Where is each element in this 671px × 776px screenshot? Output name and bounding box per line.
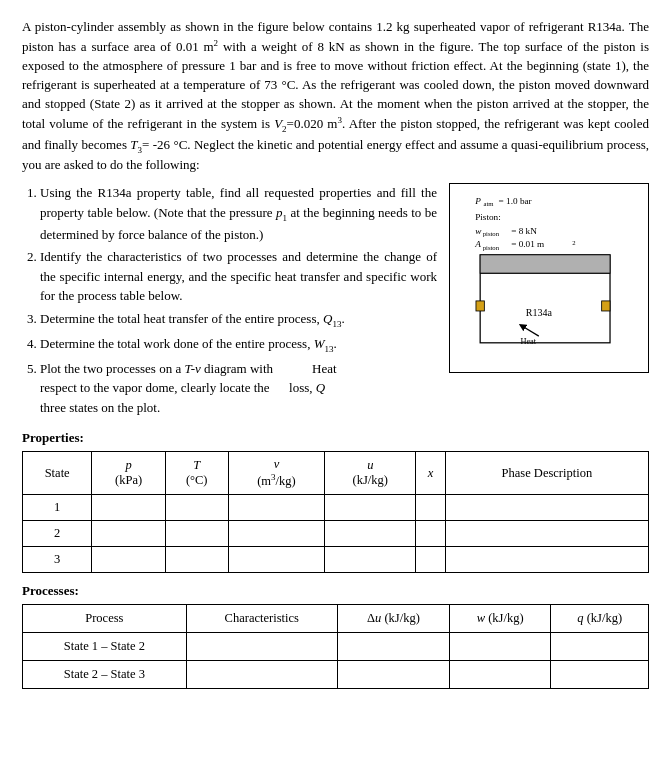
state-1: 1 (23, 495, 92, 521)
svg-text:P: P (474, 196, 481, 206)
proc-row-1-w (449, 633, 550, 661)
svg-text:piston: piston (483, 230, 500, 237)
svg-text:A: A (474, 239, 481, 249)
list-item-5: Plot the two processes on a T-v diagram … (40, 359, 437, 418)
state-1-x (416, 495, 446, 521)
col-quality: x (416, 452, 446, 495)
col-pressure: p(kPa) (92, 452, 166, 495)
properties-section: Properties: State p(kPa) T(°C) v(m3/kg) … (22, 430, 649, 573)
state-3-phase (445, 547, 648, 573)
proc-row-2-label: State 2 – State 3 (23, 661, 187, 689)
svg-text:piston: piston (483, 244, 500, 251)
proc-row-1-du (337, 633, 449, 661)
state-3: 3 (23, 547, 92, 573)
svg-line-17 (522, 326, 539, 336)
state-2-phase (445, 521, 648, 547)
properties-label: Properties: (22, 430, 649, 446)
piston-diagram: P atm = 1.0 bar Piston: w piston = 8 kN … (449, 183, 649, 373)
intro-paragraph: A piston-cylinder assembly as shown in t… (22, 18, 649, 175)
svg-text:Heat: Heat (520, 337, 536, 346)
diagram-svg: P atm = 1.0 bar Piston: w piston = 8 kN … (458, 192, 628, 347)
state-2: 2 (23, 521, 92, 547)
processes-label: Processes: (22, 583, 649, 599)
svg-text:atm: atm (484, 200, 495, 207)
state-3-v (228, 547, 325, 573)
svg-text:Piston:: Piston: (475, 212, 501, 222)
state-3-u (325, 547, 416, 573)
proc-row-2-du (337, 661, 449, 689)
properties-table: State p(kPa) T(°C) v(m3/kg) u(kJ/kg) x P… (22, 451, 649, 573)
processes-section: Processes: Process Characteristics Δu (k… (22, 583, 649, 689)
proc-row-2-char (186, 661, 337, 689)
svg-text:2: 2 (572, 239, 575, 246)
svg-rect-15 (602, 301, 610, 311)
svg-rect-12 (480, 255, 610, 273)
col-phase: Phase Description (445, 452, 648, 495)
col-volume: v(m3/kg) (228, 452, 325, 495)
list-item-2: Identify the characteristics of two proc… (40, 247, 437, 306)
list-item-1: Using the R134a property table, find all… (40, 183, 437, 244)
proc-col-delta-u: Δu (kJ/kg) (337, 605, 449, 633)
list-item-4: Determine the total work done of the ent… (40, 334, 437, 356)
proc-row-2-q (551, 661, 649, 689)
main-content: A piston-cylinder assembly as shown in t… (22, 18, 649, 689)
proc-row-2-w (449, 661, 550, 689)
state-3-t (165, 547, 228, 573)
state-1-v (228, 495, 325, 521)
proc-row-1-label: State 1 – State 2 (23, 633, 187, 661)
proc-row-1-q (551, 633, 649, 661)
proc-row-1-char (186, 633, 337, 661)
list-item-3: Determine the total heat transfer of the… (40, 309, 437, 331)
processes-table: Process Characteristics Δu (kJ/kg) w (kJ… (22, 604, 649, 689)
svg-text:= 8 kN: = 8 kN (511, 226, 537, 236)
svg-text:R134a: R134a (526, 307, 553, 318)
state-2-t (165, 521, 228, 547)
problem-list: Using the R134a property table, find all… (22, 183, 437, 420)
table-row: State 1 – State 2 (23, 633, 649, 661)
table-row: State 2 – State 3 (23, 661, 649, 689)
state-1-p (92, 495, 166, 521)
col-state: State (23, 452, 92, 495)
content-with-diagram: Using the R134a property table, find all… (22, 183, 649, 420)
col-energy: u(kJ/kg) (325, 452, 416, 495)
col-temp: T(°C) (165, 452, 228, 495)
table-row: 1 (23, 495, 649, 521)
svg-text:w: w (475, 226, 482, 236)
state-3-p (92, 547, 166, 573)
state-2-p (92, 521, 166, 547)
state-2-v (228, 521, 325, 547)
state-2-x (416, 521, 446, 547)
table-row: 2 (23, 521, 649, 547)
state-2-u (325, 521, 416, 547)
svg-text:= 1.0 bar: = 1.0 bar (499, 196, 532, 206)
table-row: 3 (23, 547, 649, 573)
proc-col-characteristics: Characteristics (186, 605, 337, 633)
svg-rect-14 (476, 301, 484, 311)
state-1-u (325, 495, 416, 521)
proc-col-process: Process (23, 605, 187, 633)
state-1-phase (445, 495, 648, 521)
proc-col-q: q (kJ/kg) (551, 605, 649, 633)
state-1-t (165, 495, 228, 521)
proc-col-w: w (kJ/kg) (449, 605, 550, 633)
svg-text:= 0.01 m: = 0.01 m (511, 239, 545, 249)
state-3-x (416, 547, 446, 573)
diagram-area: P atm = 1.0 bar Piston: w piston = 8 kN … (449, 183, 649, 420)
